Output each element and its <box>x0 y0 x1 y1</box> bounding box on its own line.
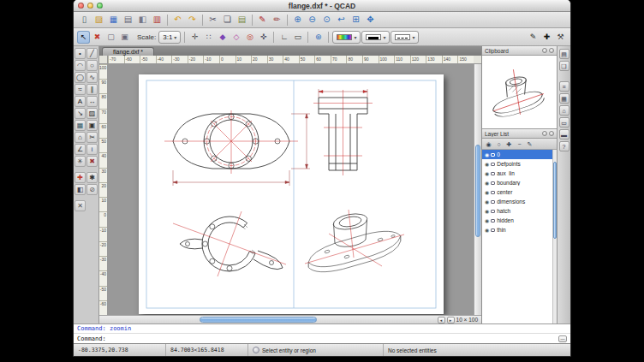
clipboard-toggle[interactable]: ❏ <box>559 61 569 71</box>
property-editor-toggle[interactable]: ▤ <box>559 49 569 59</box>
copy-button[interactable]: ❏ <box>220 13 235 27</box>
block-tool-button[interactable]: ▣ <box>86 120 98 131</box>
leader-tool-button[interactable]: ↘ <box>75 108 86 119</box>
select-previous-button[interactable]: ▢ <box>104 31 117 44</box>
linetype-combo[interactable]: ▾ <box>391 31 419 44</box>
layer-visibility-icon[interactable]: ◉ <box>485 208 489 214</box>
layer-row-center[interactable]: ◉center <box>482 187 557 197</box>
new-file-button[interactable]: ▯ <box>77 13 92 27</box>
color-combo[interactable]: ▾ <box>332 31 361 44</box>
explode-tool-button[interactable]: ✳ <box>75 156 86 167</box>
print-button[interactable]: ▤ <box>121 13 135 27</box>
layer-lock-icon[interactable] <box>491 163 495 166</box>
offset-tool-button[interactable]: ∥ <box>86 84 98 95</box>
snap-endpoint-button[interactable]: ◆ <box>216 31 229 44</box>
panel-detach-icon[interactable] <box>542 131 547 136</box>
cancel-tool-button[interactable]: ✕ <box>75 200 86 211</box>
layer-row-0[interactable]: ◉0 <box>482 150 557 159</box>
vertical-scrollbar-thumb[interactable] <box>475 145 480 237</box>
layer-visibility-icon[interactable]: ◉ <box>485 161 489 167</box>
edit-red-tool-button[interactable]: ✚ <box>75 172 86 183</box>
spline-tool-button[interactable]: ∿ <box>86 72 98 83</box>
layer-scrollbar-thumb[interactable] <box>553 162 557 238</box>
layer-lock-icon[interactable] <box>491 219 495 223</box>
layer-row-hidden[interactable]: ◉hidden <box>482 216 557 225</box>
layer-list-toggle[interactable]: ≡ <box>559 81 569 92</box>
layer-row-aux_lin[interactable]: ◉aux_lin <box>482 169 557 178</box>
clipboard-panel-titlebar[interactable]: Clipboard <box>482 46 557 56</box>
draw-pencil-button[interactable]: ✎ <box>255 13 270 27</box>
layer-visibility-icon[interactable]: ◉ <box>485 151 489 157</box>
tools-button[interactable]: ⚒ <box>554 31 567 44</box>
panel-close-icon[interactable] <box>549 131 554 136</box>
circle-tool-button[interactable]: ○ <box>86 60 98 71</box>
cut-button[interactable]: ✂ <box>206 13 220 27</box>
scale-combo[interactable]: 3:1 ▾ <box>158 31 181 44</box>
crosshair-button[interactable]: ✚ <box>540 31 553 44</box>
grid-decrease-button[interactable]: ◂ <box>438 317 445 323</box>
select-tool-button[interactable]: ↖ <box>77 31 90 44</box>
help-toggle[interactable]: ? <box>559 141 569 151</box>
snap-middle-button[interactable]: ◇ <box>230 31 242 44</box>
snap-grid-button[interactable]: ∷ <box>202 31 215 44</box>
horizontal-scrollbar[interactable] <box>108 316 434 323</box>
layer-visibility-icon[interactable]: ◉ <box>485 170 489 176</box>
zoom-window-button[interactable]: ⊞ <box>349 13 363 27</box>
deselect-all-button[interactable]: ✖ <box>91 31 104 44</box>
info-tool-button[interactable]: i <box>86 144 98 155</box>
modify-tool-button[interactable]: ✂ <box>86 132 98 143</box>
vertical-scrollbar[interactable] <box>474 64 481 315</box>
layer-row-boundary[interactable]: ◉boundary <box>482 178 557 187</box>
zoom-selection-button[interactable]: ⊛ <box>312 31 325 44</box>
misc-tool-button[interactable]: ◧ <box>75 184 86 195</box>
layer-row-thin[interactable]: ◉thin <box>482 225 557 234</box>
pdf-export-button[interactable]: ▥ <box>150 13 164 27</box>
paste-button[interactable]: ▤ <box>235 13 249 27</box>
layer-row-dimensions[interactable]: ◉dimensions <box>482 197 557 206</box>
polyline-tool-button[interactable]: ≈ <box>75 84 86 95</box>
layer-lock-icon[interactable] <box>491 153 495 157</box>
layer-visibility-icon[interactable]: ◉ <box>485 227 489 233</box>
drawing-canvas[interactable] <box>108 64 474 315</box>
layer-lock-icon[interactable] <box>491 228 495 232</box>
layer-lock-icon[interactable] <box>491 200 495 204</box>
arc-tool-button[interactable]: ◠ <box>75 60 86 71</box>
lineweight-combo[interactable]: ▾ <box>361 31 390 44</box>
layer-panel-titlebar[interactable]: Layer List <box>482 129 557 139</box>
point-tool-button[interactable]: • <box>75 48 86 59</box>
minimize-window-button[interactable] <box>87 3 93 9</box>
layer-visibility-icon[interactable]: ◉ <box>485 180 489 186</box>
layer-scrollbar[interactable] <box>552 150 557 323</box>
library-browser-toggle[interactable]: ⌂ <box>559 105 569 116</box>
layer-visibility-icon[interactable]: ◉ <box>485 217 489 223</box>
layer-hide-all-button[interactable]: ○ <box>494 139 504 149</box>
horizontal-scrollbar-thumb[interactable] <box>200 317 317 323</box>
snap-center-button[interactable]: ◎ <box>243 31 256 44</box>
print-preview-button[interactable]: ◧ <box>135 13 150 27</box>
titlebar[interactable]: flange.dxf * - QCAD <box>74 0 570 12</box>
restrict-orthogonal-button[interactable]: ∟ <box>277 31 290 44</box>
layer-row-Defpoints[interactable]: ◉Defpoints <box>482 159 557 169</box>
library-tool-button[interactable]: ⌂ <box>75 132 86 143</box>
image-tool-button[interactable]: ▦ <box>75 120 86 131</box>
redo-button[interactable]: ↷ <box>185 13 200 27</box>
layer-visibility-icon[interactable]: ◉ <box>485 199 489 205</box>
construction-tool-button[interactable]: ✱ <box>86 172 98 183</box>
close-window-button[interactable] <box>78 3 84 9</box>
delete-tool-button[interactable]: ✖ <box>86 156 98 167</box>
layer-edit-button[interactable]: ✎ <box>525 139 534 149</box>
undo-button[interactable]: ↶ <box>170 13 185 27</box>
layer-lock-icon[interactable] <box>491 191 495 194</box>
line-tool-button[interactable]: ╱ <box>86 48 98 59</box>
command-options-button[interactable]: — <box>558 335 567 342</box>
restrict-off-button[interactable]: ▭ <box>291 31 304 44</box>
save-button[interactable]: ▦ <box>106 13 121 27</box>
layer-remove-button[interactable]: − <box>515 139 524 149</box>
snap-intersection-button[interactable]: ✜ <box>257 31 270 44</box>
zoom-window-button-mac[interactable] <box>97 3 103 9</box>
select-mode-button[interactable]: ▣ <box>118 31 131 44</box>
block-list-toggle[interactable]: ▦ <box>559 93 569 104</box>
hatch-tool-button[interactable]: ▨ <box>86 108 98 119</box>
zoom-pan-button[interactable]: ✥ <box>363 13 378 27</box>
zoom-in-button[interactable]: ⊕ <box>290 13 305 27</box>
